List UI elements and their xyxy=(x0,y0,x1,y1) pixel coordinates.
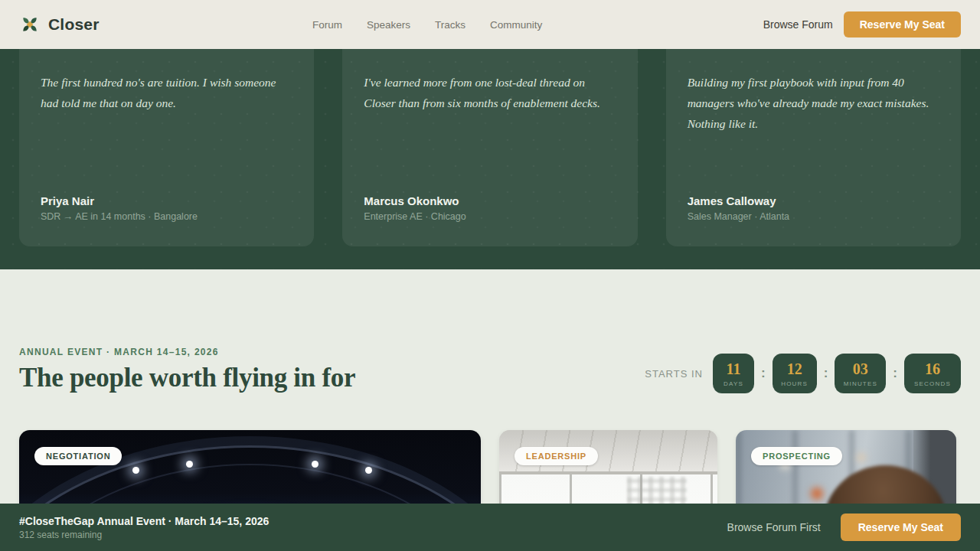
seats-remaining: 312 seats remaining xyxy=(19,530,269,540)
closer-pinwheel-logo-icon xyxy=(19,14,41,35)
nav-item-forum[interactable]: Forum xyxy=(312,19,342,31)
countdown-days-box: 11 DAYS xyxy=(713,354,754,393)
testimonial-quote: The first hundred no's are tuition. I wi… xyxy=(41,72,287,113)
countdown-seconds-value: 16 xyxy=(910,360,955,378)
countdown-seconds-box: 16 SECONDS xyxy=(904,354,961,393)
sticky-cta-bar: #CloseTheGap Annual Event · March 14–15,… xyxy=(0,504,980,551)
browse-forum-link[interactable]: Browse Forum xyxy=(763,18,833,31)
event-bar-title: #CloseTheGap Annual Event · March 14–15,… xyxy=(19,515,269,527)
countdown-hours-value: 12 xyxy=(779,360,811,378)
testimonial-card: The first hundred no's are tuition. I wi… xyxy=(19,49,314,246)
countdown-separator: : xyxy=(893,366,897,381)
starts-in-label: STARTS IN xyxy=(645,368,703,380)
countdown-minutes-unit: MINUTES xyxy=(841,380,880,387)
countdown-days-value: 11 xyxy=(719,360,748,378)
countdown-hours-box: 12 HOURS xyxy=(773,354,817,393)
nav-item-tracks[interactable]: Tracks xyxy=(435,19,466,31)
reserve-seat-button[interactable]: Reserve My Seat xyxy=(844,11,961,37)
testimonial-role: SDR → AE in 14 months · Bangalore xyxy=(41,211,198,222)
countdown-minutes-box: 03 MINUTES xyxy=(835,354,886,393)
testimonial-role: Enterprise AE · Chicago xyxy=(364,211,466,222)
testimonial-name: Marcus Okonkwo xyxy=(364,194,466,207)
track-badge-negotiation: NEGOTIATION xyxy=(34,447,122,465)
event-eyebrow: ANNUAL EVENT · MARCH 14–15, 2026 xyxy=(19,347,219,357)
countdown-timer: STARTS IN 11 DAYS : 12 HOURS : 03 MINUTE… xyxy=(645,354,961,393)
testimonials-section: The first hundred no's are tuition. I wi… xyxy=(0,49,980,269)
testimonial-name: Priya Nair xyxy=(41,194,198,207)
countdown-hours-unit: HOURS xyxy=(779,380,811,387)
brand-name: Closer xyxy=(48,15,100,34)
nav-item-speakers[interactable]: Speakers xyxy=(367,19,410,31)
nav-item-community[interactable]: Community xyxy=(490,19,542,31)
testimonial-role: Sales Manager · Atlanta xyxy=(688,211,789,222)
testimonial-quote: I've learned more from one lost-deal thr… xyxy=(364,72,610,113)
brand-logo[interactable]: Closer xyxy=(19,14,100,35)
countdown-days-unit: DAYS xyxy=(719,380,748,387)
main-nav: Forum Speakers Tracks Community xyxy=(312,0,542,49)
testimonial-card: Building my first playbook with input fr… xyxy=(666,49,961,246)
track-badge-leadership: LEADERSHIP xyxy=(514,447,598,465)
testimonial-card: I've learned more from one lost-deal thr… xyxy=(342,49,637,246)
testimonial-quote: Building my first playbook with input fr… xyxy=(688,72,934,134)
browse-forum-first-link[interactable]: Browse Forum First xyxy=(727,521,821,533)
countdown-seconds-unit: SECONDS xyxy=(910,380,955,387)
testimonial-name: James Calloway xyxy=(688,194,789,207)
top-navbar: Closer Forum Speakers Tracks Community B… xyxy=(0,0,980,49)
countdown-separator: : xyxy=(824,366,828,381)
countdown-minutes-value: 03 xyxy=(841,360,880,378)
track-badge-prospecting: PROSPECTING xyxy=(751,447,842,465)
reserve-seat-bottom-button[interactable]: Reserve My Seat xyxy=(841,514,961,541)
event-title: The people worth flying in for xyxy=(19,363,355,393)
countdown-separator: : xyxy=(761,366,766,381)
